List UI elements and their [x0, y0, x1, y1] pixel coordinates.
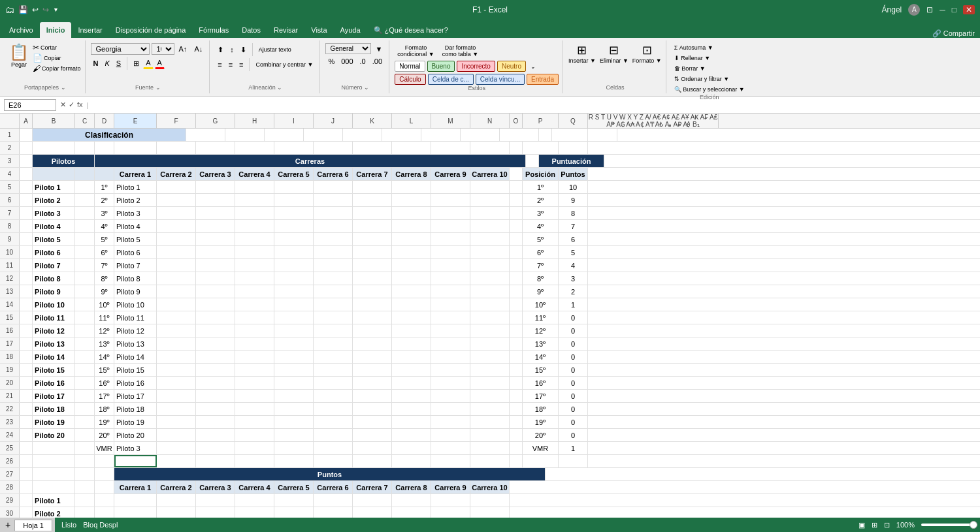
cell-o12[interactable]	[510, 272, 523, 285]
cell-q20[interactable]: 0	[559, 377, 588, 389]
cell-p13[interactable]: 9º	[523, 285, 559, 298]
cell-c13[interactable]	[75, 285, 95, 298]
cell-c7[interactable]	[75, 207, 95, 219]
cell-m2[interactable]	[431, 142, 470, 154]
cell-g20[interactable]	[196, 377, 235, 389]
cell-h30[interactable]	[235, 507, 274, 518]
cell-k15[interactable]	[353, 311, 392, 324]
cell-l18[interactable]	[392, 351, 431, 363]
cell-p14[interactable]: 10º	[523, 298, 559, 311]
cell-h23[interactable]	[235, 416, 274, 428]
cell-d29[interactable]	[95, 494, 114, 507]
cell-p22[interactable]: 18º	[523, 403, 559, 415]
cell-i13[interactable]	[274, 285, 314, 298]
cell-e25[interactable]: Piloto 3	[114, 442, 157, 454]
cell-l8[interactable]	[392, 220, 431, 232]
cell-g16[interactable]	[196, 324, 235, 337]
cell-o13[interactable]	[510, 285, 523, 298]
cell-f11[interactable]	[157, 259, 196, 272]
cell-a29[interactable]	[20, 494, 33, 507]
cell-i23[interactable]	[274, 416, 314, 428]
cell-b12[interactable]: Piloto 8	[33, 272, 75, 285]
cell-d9[interactable]: 5º	[95, 233, 114, 245]
cell-b20[interactable]: Piloto 16	[33, 377, 75, 389]
cell-n11[interactable]	[470, 259, 510, 272]
cell-a19[interactable]	[20, 364, 33, 376]
cell-i2[interactable]	[274, 142, 314, 154]
merge-btn[interactable]: Combinar y centrar ▼	[253, 58, 316, 71]
cell-k22[interactable]	[353, 403, 392, 415]
cell-e4[interactable]: Carrera 1	[114, 168, 157, 180]
undo-btn[interactable]: ↩	[32, 5, 39, 14]
cell-f1[interactable]	[186, 129, 225, 141]
cell-l2[interactable]	[392, 142, 431, 154]
cell-m5[interactable]	[431, 181, 470, 193]
cell-q1[interactable]	[588, 129, 617, 141]
cell-f21[interactable]	[157, 390, 196, 402]
cell-n28[interactable]: Carrera 10	[470, 481, 510, 493]
cell-i16[interactable]	[274, 324, 314, 337]
cell-f14[interactable]	[157, 298, 196, 311]
maximize-btn[interactable]: □	[952, 5, 956, 14]
cell-q16[interactable]: 0	[559, 324, 588, 337]
cell-j7[interactable]	[314, 207, 353, 219]
cell-d19[interactable]: 15º	[95, 364, 114, 376]
cell-c22[interactable]	[75, 403, 95, 415]
cell-k14[interactable]	[353, 298, 392, 311]
share-btn[interactable]: 🔗 Compartir	[932, 29, 975, 38]
cell-o18[interactable]	[510, 351, 523, 363]
cell-l1[interactable]	[421, 129, 461, 141]
size-select[interactable]: 10	[152, 43, 174, 55]
cell-n1[interactable]	[500, 129, 539, 141]
col-header-l[interactable]: L	[392, 114, 431, 128]
cell-q2[interactable]	[559, 142, 588, 154]
save-btn[interactable]: 💾	[18, 5, 28, 14]
cell-o6[interactable]	[510, 194, 523, 206]
cell-m7[interactable]	[431, 207, 470, 219]
cell-q26[interactable]	[559, 455, 588, 467]
cell-a21[interactable]	[20, 390, 33, 402]
cell-b19[interactable]: Piloto 15	[33, 364, 75, 376]
cell-h20[interactable]	[235, 377, 274, 389]
cell-e8[interactable]: Piloto 4	[114, 220, 157, 232]
cell-j14[interactable]	[314, 298, 353, 311]
cell-f23[interactable]	[157, 416, 196, 428]
cell-m15[interactable]	[431, 311, 470, 324]
cell-d27[interactable]	[95, 468, 114, 480]
cell-e19[interactable]: Piloto 15	[114, 364, 157, 376]
cell-m8[interactable]	[431, 220, 470, 232]
cell-b11[interactable]: Piloto 7	[33, 259, 75, 272]
redo-btn[interactable]: ↪	[42, 5, 49, 14]
cell-o15[interactable]	[510, 311, 523, 324]
cell-h5[interactable]	[235, 181, 274, 193]
cell-b4[interactable]	[33, 168, 75, 180]
cell-c21[interactable]	[75, 390, 95, 402]
cell-i4[interactable]: Carrera 5	[274, 168, 314, 180]
format-btn[interactable]: ⊡ Formato ▼	[632, 43, 662, 64]
cell-a2[interactable]	[20, 142, 33, 154]
style-incorrecto[interactable]: Incorrecto	[457, 61, 495, 72]
cell-d20[interactable]: 16º	[95, 377, 114, 389]
cell-b7[interactable]: Piloto 3	[33, 207, 75, 219]
cell-f30[interactable]	[157, 507, 196, 518]
tab-insertar[interactable]: Insertar	[71, 22, 108, 38]
cell-n8[interactable]	[470, 220, 510, 232]
cell-i21[interactable]	[274, 390, 314, 402]
cell-d6[interactable]: 2º	[95, 194, 114, 206]
cell-f5[interactable]	[157, 181, 196, 193]
cell-l6[interactable]	[392, 194, 431, 206]
cell-q12[interactable]: 3	[559, 272, 588, 285]
cell-q15[interactable]: 0	[559, 311, 588, 324]
cell-j5[interactable]	[314, 181, 353, 193]
cell-o7[interactable]	[510, 207, 523, 219]
border-btn[interactable]: ⊞	[131, 58, 142, 69]
number-format-more[interactable]: ▼	[372, 44, 385, 54]
cell-p5[interactable]: 1º	[523, 181, 559, 193]
cell-l16[interactable]	[392, 324, 431, 337]
cell-q13[interactable]: 2	[559, 285, 588, 298]
cell-c12[interactable]	[75, 272, 95, 285]
style-celda[interactable]: Celda de c...	[428, 74, 474, 85]
cell-b15[interactable]: Piloto 11	[33, 311, 75, 324]
cell-g17[interactable]	[196, 337, 235, 350]
cell-l23[interactable]	[392, 416, 431, 428]
